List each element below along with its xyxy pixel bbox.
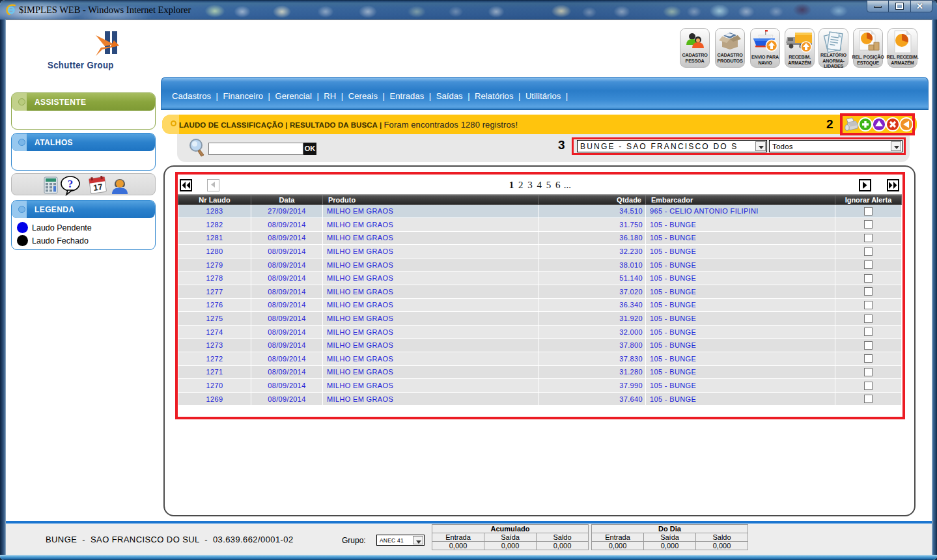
svg-text:?: ? xyxy=(68,178,74,190)
svg-text:17: 17 xyxy=(92,182,103,193)
